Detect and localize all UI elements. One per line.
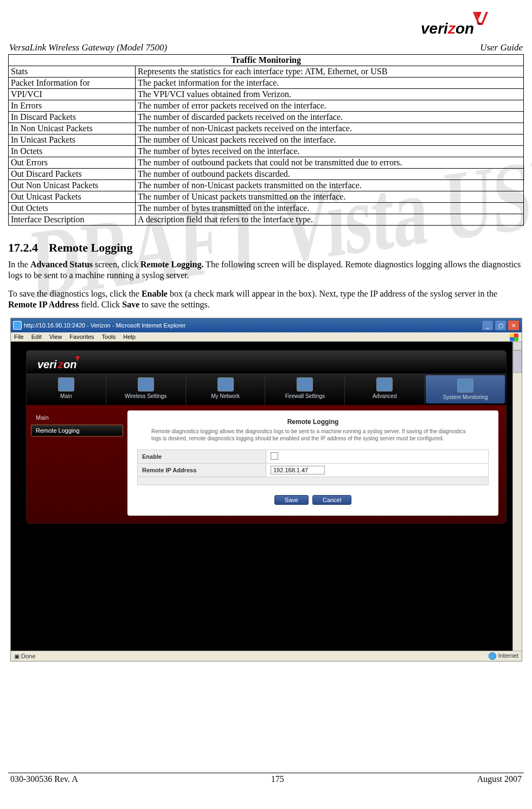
product-name: VersaLink Wireless Gateway (Model 7500)	[9, 42, 167, 53]
main-panel: Remote Logging Remote diagnostics loggin…	[127, 410, 498, 516]
save-button[interactable]: Save	[274, 495, 309, 505]
svg-text:™: ™	[476, 22, 481, 27]
traffic-monitoring-table: Traffic Monitoring StatsRepresents the s…	[8, 54, 524, 226]
browser-menubar: File Edit View Favorites Tools Help	[11, 332, 522, 342]
enable-checkbox[interactable]	[271, 452, 278, 460]
sidebar-item-main[interactable]: Main	[31, 412, 123, 423]
monitoring-icon	[457, 378, 473, 393]
doc-type: User Guide	[480, 42, 523, 53]
footer-left: 030-300536 Rev. A	[10, 774, 78, 784]
table-row: In Discard PacketsThe number of discarde…	[9, 112, 524, 123]
menu-edit[interactable]: Edit	[31, 333, 42, 340]
tab-firewall[interactable]: Firewall Settings	[265, 374, 345, 404]
table-row: VPI/VCIThe VPI/VCI values obtained from …	[9, 89, 524, 100]
window-titlebar: http://10.16.90.10:2420 - Verizon - Micr…	[11, 318, 522, 332]
svg-text:veri: veri	[421, 20, 448, 37]
table-title: Traffic Monitoring	[9, 55, 524, 66]
browser-screenshot: http://10.16.90.10:2420 - Verizon - Micr…	[10, 318, 522, 662]
table-row: Out OctetsThe number of bytes transmitte…	[9, 203, 524, 214]
menu-favorites[interactable]: Favorites	[69, 333, 94, 340]
table-row: In ErrorsThe number of error packets rec…	[9, 100, 524, 112]
gateway-nav: Main Wireless Settings My Network Firewa…	[27, 374, 506, 405]
tab-system-monitoring[interactable]: System Monitoring	[426, 375, 505, 403]
advanced-icon	[376, 377, 393, 391]
table-row: Out Unicast PacketsThe number of Unicast…	[9, 191, 524, 203]
svg-text:z: z	[447, 20, 456, 37]
status-left: Done	[21, 653, 35, 659]
gateway-ui: veri z on Main Wireless Settings My Netw…	[26, 350, 507, 524]
remote-ip-input[interactable]: 192.168.1.47	[271, 466, 325, 474]
footer-right: August 2007	[477, 774, 522, 784]
network-icon	[217, 377, 234, 391]
verizon-logo-header: veri z on ™	[8, 11, 524, 42]
menu-help[interactable]: Help	[123, 333, 136, 340]
tab-wireless[interactable]: Wireless Settings	[106, 374, 186, 404]
footer-page: 175	[271, 774, 284, 784]
internet-zone-icon	[489, 652, 496, 660]
sidebar-item-remote-logging[interactable]: Remote Logging	[31, 425, 123, 436]
table-row: In Non Unicast PacketsThe number of non-…	[9, 123, 524, 134]
scrollbar-vertical[interactable]	[512, 342, 522, 651]
table-row: In OctetsThe number of bytes received on…	[9, 146, 524, 157]
tab-main[interactable]: Main	[27, 374, 106, 404]
status-right: Internet	[498, 652, 518, 659]
menu-file[interactable]: File	[14, 333, 24, 340]
window-title: http://10.16.90.10:2420 - Verizon - Micr…	[24, 322, 185, 329]
page-footer: 030-300536 Rev. A 175 August 2007	[8, 773, 524, 784]
close-button[interactable]: ✕	[508, 320, 520, 331]
svg-text:on: on	[63, 358, 76, 370]
panel-title: Remote Logging	[137, 418, 489, 426]
svg-text:veri: veri	[37, 358, 57, 370]
paragraph-1: In the Advanced Status screen, click Rem…	[8, 259, 524, 281]
table-row: Out Non Unicast PacketsThe number of non…	[9, 180, 524, 191]
paragraph-2: To save the diagnostics logs, click the …	[8, 288, 524, 310]
wireless-icon	[138, 377, 154, 391]
gateway-brandbar: veri z on	[27, 351, 506, 374]
ie-icon	[13, 321, 22, 330]
tab-advanced[interactable]: Advanced	[345, 374, 425, 404]
cancel-button[interactable]: Cancel	[312, 495, 351, 505]
table-row: In Unicast PacketsThe number of Unicast …	[9, 134, 524, 146]
table-row: Out ErrorsThe number of outbound packets…	[9, 157, 524, 169]
menu-tools[interactable]: Tools	[102, 333, 116, 340]
firewall-icon	[297, 377, 313, 391]
main-icon	[58, 377, 74, 391]
remote-ip-label: Remote IP Address	[138, 464, 266, 477]
section-heading: 17.2.4Remote Logging	[8, 241, 524, 255]
windows-flag-icon	[510, 333, 518, 341]
svg-text:on: on	[456, 20, 474, 37]
tab-network[interactable]: My Network	[186, 374, 266, 404]
table-row: Out Discard PacketsThe number of outboun…	[9, 169, 524, 180]
maximize-button[interactable]: ▢	[495, 320, 507, 331]
table-row: Packet Information forThe packet informa…	[9, 78, 524, 89]
panel-description: Remote diagnostics logging allows the di…	[151, 428, 475, 442]
minimize-button[interactable]: _	[482, 320, 493, 331]
browser-statusbar: ▣ Done Internet	[11, 651, 522, 661]
table-row: StatsRepresents the statistics for each …	[9, 66, 524, 78]
form-table: Enable Remote IP Address 192.168.1.47	[137, 450, 489, 485]
enable-label: Enable	[138, 450, 266, 464]
sidebar: Main Remote Logging	[27, 405, 127, 523]
status-done-icon: ▣	[14, 653, 20, 659]
menu-view[interactable]: View	[49, 333, 62, 340]
table-row: Interface DescriptionA description field…	[9, 214, 524, 226]
